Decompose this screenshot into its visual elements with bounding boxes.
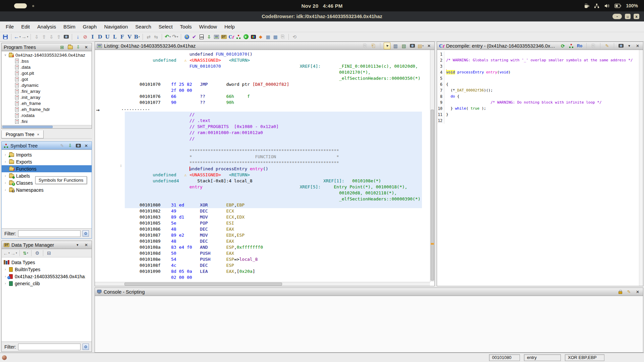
undo-icon[interactable]: ↶▾ — [164, 33, 171, 41]
battery-tray-icon[interactable] — [614, 4, 621, 8]
decompile-line[interactable]: 8 do { — [437, 94, 643, 100]
program-trees-header[interactable]: Program Trees ⊞⇩✕ — [2, 43, 92, 51]
window-title-bar[interactable]: CodeBrowser: idk:/0x41haz-1640335532346.… — [0, 11, 644, 21]
byte-B-icon[interactable]: B▾ — [133, 33, 140, 41]
forward-icon[interactable]: →▾ — [21, 33, 29, 41]
tree-item-section[interactable]: .bss — [2, 58, 92, 64]
merge-out-icon[interactable]: ⇧ — [55, 33, 62, 41]
cursor-location-icon[interactable]: ➤ — [384, 42, 390, 50]
copy-icon[interactable]: ⎘ — [590, 42, 597, 50]
tree-item-imports[interactable]: ›▲Imports — [2, 151, 92, 158]
tree-item-section[interactable]: .got.plt — [2, 70, 92, 76]
listing-line[interactable]: undefined FUN_00101070() — [95, 51, 428, 57]
listing-line[interactable]: 00101083 89 d1 MOV ECX,EDX — [95, 214, 428, 220]
memory-viewer-icon[interactable] — [213, 33, 220, 41]
program-tree-hscrollbar[interactable] — [2, 125, 92, 128]
close-panel-icon[interactable]: ✕ — [426, 42, 432, 50]
back-icon[interactable]: ←▾ — [14, 33, 21, 41]
tree-item-section[interactable]: .data — [2, 64, 92, 70]
menu-tools[interactable]: Tools — [176, 24, 196, 29]
beverage-tray-icon[interactable] — [584, 3, 589, 8]
open-folder-icon[interactable] — [67, 44, 73, 51]
decompile-scrollbar[interactable] — [639, 50, 643, 286]
decompile-line[interactable]: 10 } while( true ); — [437, 106, 643, 112]
close-panel-icon[interactable]: ✕ — [83, 44, 90, 51]
event-icon[interactable]: ⟲ — [291, 33, 298, 41]
tab-program-tree[interactable]: Program Tree × — [1, 130, 44, 138]
symbol-tree-header[interactable]: Symbol Tree ✎⇩✕ — [2, 142, 92, 150]
data-type-manager-icon[interactable]: DT — [220, 33, 227, 41]
close-panel-icon[interactable]: ✕ — [634, 288, 641, 296]
tree-item-archive[interactable]: ›BuiltInTypes — [2, 266, 92, 273]
network-tray-icon[interactable] — [594, 3, 599, 8]
decompile-line[interactable]: 7 (*_DAT_00002f36)(); — [437, 87, 643, 94]
decompile-line[interactable]: 4void processEntry entry(void) — [437, 69, 643, 75]
close-panel-icon[interactable]: ✕ — [634, 42, 641, 50]
menu-edit[interactable]: Edit — [17, 24, 34, 29]
listing-line[interactable]: 00102170(*), — [95, 69, 428, 75]
patch-out-icon[interactable]: ⇧ — [41, 33, 47, 41]
tree-item-data-types-root[interactable]: Data Types — [2, 259, 92, 266]
panel-menu-icon[interactable]: ▼ — [626, 42, 633, 50]
decompile-line[interactable]: 2/* WARNING: Globals starting with '_' o… — [437, 57, 643, 63]
decompile-line[interactable]: 1 — [437, 51, 643, 57]
undefine-U-icon[interactable]: U — [104, 33, 111, 41]
import-symbols-icon[interactable]: ⇩ — [67, 142, 73, 149]
paste-icon[interactable]: ⎗ — [370, 42, 377, 50]
volume-tray-icon[interactable] — [604, 3, 610, 8]
label-L-icon[interactable]: L — [111, 33, 118, 41]
dtm-back-icon[interactable]: ←▾ — [3, 249, 10, 257]
tree-item-section[interactable]: .rodata — [2, 112, 92, 118]
menu-bsim[interactable]: BSim — [60, 24, 79, 29]
menu-help[interactable]: Help — [221, 24, 238, 29]
listing-line[interactable]: ****************************************… — [95, 160, 428, 166]
symbol-filter-input[interactable] — [18, 230, 80, 237]
maximize-button[interactable]: ▫ — [625, 14, 631, 19]
listing-line[interactable]: _elfSectionHeaders::00000390(*) — [95, 196, 428, 202]
tree-item-archive[interactable]: ›✓0x41haz-1640335532346.0x41haz — [2, 273, 92, 280]
listing-line[interactable]: undefined processEntry entry() — [95, 166, 428, 172]
pointer-revert-icon[interactable]: ⇆ — [153, 33, 159, 41]
patch-in-icon[interactable]: ⇩ — [33, 33, 40, 41]
run-script-icon[interactable]: ▶ — [243, 33, 249, 41]
menu-navigation[interactable]: Navigation — [100, 24, 131, 29]
validate-icon[interactable]: ✔ — [191, 33, 198, 41]
dtm-filter-input[interactable] — [18, 344, 80, 350]
decompiler-Cf-icon[interactable]: Cf — [228, 33, 234, 41]
merge-in-icon[interactable]: ⇩ — [48, 33, 55, 41]
dtm-collapse-all-icon[interactable]: ⊟ — [46, 249, 52, 257]
refresh-icon[interactable]: ⟳ — [559, 42, 566, 50]
listing-line[interactable]: ........... — [95, 106, 428, 112]
close-panel-icon[interactable]: ✕ — [83, 142, 90, 149]
world-icon[interactable]: ϟ — [183, 33, 190, 41]
decompile-line[interactable]: 5 — [437, 75, 643, 81]
ro-icon[interactable]: Ro — [576, 42, 583, 50]
tree-item-archive[interactable]: ›generic_clib — [2, 280, 92, 287]
redo-icon[interactable]: ↷▾ — [172, 33, 178, 41]
listing-line[interactable]: // .text — [95, 118, 428, 124]
memory-status-icon[interactable] — [2, 355, 7, 360]
listing-line[interactable]: undefined4 Stack[-0x8]:4 local_8 XREF[1]… — [95, 178, 428, 184]
minimize-button[interactable]: – — [612, 14, 622, 19]
menu-window[interactable]: Window — [196, 24, 221, 29]
instruction-I-icon[interactable]: I — [89, 33, 96, 41]
listing-line[interactable]: // SHT_PROGBITS [0x1080 - 0x12a0] — [95, 124, 428, 130]
checksum-icon[interactable]: ⎘ — [279, 33, 286, 41]
listing-line[interactable]: ****************************************… — [95, 148, 428, 154]
tree-item-section[interactable]: .eh_frame — [2, 100, 92, 106]
disassemble-icon[interactable]: ↓ — [74, 33, 81, 41]
snapshot-icon[interactable] — [409, 42, 416, 50]
listing-line[interactable]: 00101082 49 DEC ECX — [95, 208, 428, 214]
listing-line[interactable]: 0010108d 50 PUSH EAX — [95, 250, 428, 256]
decompile-line[interactable]: 9 /* WARNING: Do nothing block with infi… — [437, 100, 643, 106]
listing-vertical-scrollbar[interactable] — [430, 50, 434, 282]
listing-line[interactable]: undefined ⚠<UNASSIGNED> <RETURN> — [95, 172, 428, 178]
console-output[interactable] — [95, 296, 643, 352]
listing-line[interactable]: entry XREF[5]: Entry Point(*), 00100018(… — [95, 184, 428, 190]
save-icon[interactable] — [2, 33, 9, 41]
filter-options-icon[interactable]: ⚙ — [83, 344, 89, 350]
console-header[interactable]: Console - Scripting ✎✕ — [95, 288, 643, 296]
listing-line[interactable]: 00101086 48 DEC EAX — [95, 226, 428, 232]
listing-drag-handle[interactable]: ⁞ — [120, 164, 121, 168]
close-button[interactable]: x — [634, 14, 639, 19]
